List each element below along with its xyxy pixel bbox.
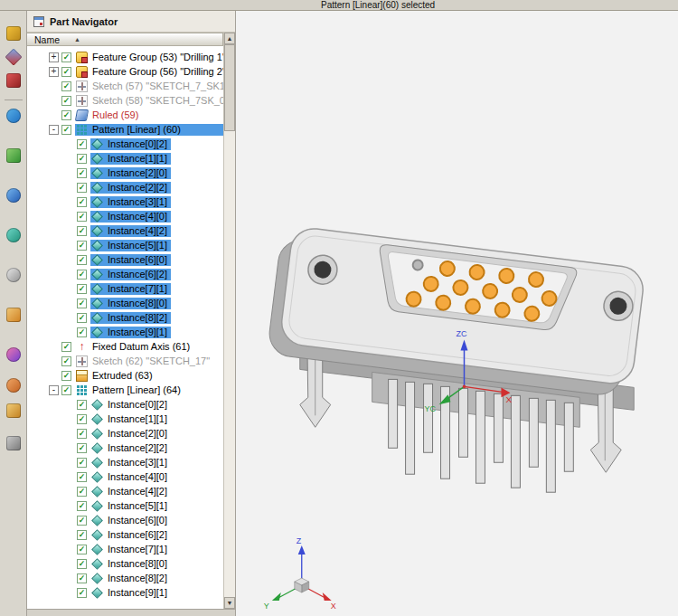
part-navigator-icon[interactable] [4,106,24,126]
feature-checkbox[interactable] [77,226,87,236]
tree-row[interactable]: Instance[4][2] [27,484,223,498]
feature-checkbox[interactable] [77,284,87,294]
color-palette-icon[interactable] [4,345,24,365]
tree-row[interactable]: Instance[9][1] [27,585,223,600]
feature-checkbox[interactable] [77,443,87,453]
feature-checkbox[interactable] [77,429,87,439]
tree-row[interactable]: Instance[3][1] [27,194,223,209]
scroll-down-button[interactable]: ▼ [224,597,235,609]
feature-checkbox[interactable] [77,313,87,323]
tree-row[interactable]: Instance[7][1] [27,281,223,296]
tree-row[interactable]: Instance[2][0] [27,426,223,441]
expander-toggle[interactable]: - [49,125,59,135]
feature-checkbox[interactable] [77,154,87,164]
feature-checkbox[interactable] [77,197,87,207]
feature-checkbox[interactable] [61,371,71,381]
tree-row[interactable]: Instance[2][0] [27,166,223,180]
tree-row[interactable]: Instance[0][2] [27,137,223,151]
feature-checkbox[interactable] [77,183,87,193]
tree-row[interactable]: Sketch (58) "SKETCH_7SK_0" [27,93,223,108]
feature-checkbox[interactable] [77,270,87,280]
feature-checkbox[interactable] [77,458,87,468]
feature-checkbox[interactable] [77,588,87,598]
feature-checkbox[interactable] [77,212,87,222]
process-studio-icon[interactable] [4,305,24,325]
feature-checkbox[interactable] [77,327,87,337]
tree-row[interactable]: Extruded (63) [27,368,223,383]
tree-row[interactable]: Instance[1][1] [27,412,223,426]
viewport-3d[interactable]: ZC X YC Z X [236,11,678,616]
feature-checkbox[interactable] [77,168,87,178]
feature-checkbox[interactable] [61,52,71,62]
tree-row[interactable]: Instance[9][1] [27,325,223,339]
scroll-up-button[interactable]: ▲ [224,33,235,44]
feature-checkbox[interactable] [77,139,87,149]
feature-checkbox[interactable] [77,516,87,526]
feature-checkbox[interactable] [61,356,71,366]
tree-row[interactable]: Instance[2][2] [27,441,223,455]
tree-row[interactable]: Sketch (57) "SKETCH_7_SK1" [27,79,223,93]
tree-row[interactable]: Instance[8][0] [27,296,223,310]
tree-row[interactable]: Instance[3][1] [27,455,223,469]
feature-checkbox[interactable] [61,125,71,135]
feature-checkbox[interactable] [77,414,87,424]
feature-checkbox[interactable] [77,299,87,308]
feature-checkbox[interactable] [61,342,71,352]
feature-checkbox[interactable] [77,472,87,482]
tree-row[interactable]: Instance[1][1] [27,151,223,166]
name-column-header[interactable]: Name ▲ [27,33,223,46]
scrollbar-thumb[interactable] [224,44,235,131]
tree-row[interactable]: Instance[6][2] [27,267,223,281]
feature-checkbox[interactable] [61,96,71,106]
tree-row[interactable]: - Pattern [Linear] (64) [27,383,223,397]
tree-row[interactable]: Instance[8][2] [27,310,223,325]
feature-checkbox[interactable] [77,501,87,511]
tree-row[interactable]: - Pattern [Linear] (60) [27,122,223,137]
feature-checkbox[interactable] [77,400,87,410]
expander-toggle[interactable]: - [49,385,59,395]
tree-row[interactable]: + Feature Group (53) "Drilling 1" [27,50,223,64]
tree-row[interactable]: Ruled (59) [27,108,223,122]
tree-row[interactable]: Instance[4][2] [27,223,223,238]
feature-checkbox[interactable] [77,559,87,569]
tree-row[interactable]: Instance[6][0] [27,252,223,267]
history-icon[interactable] [4,265,24,285]
hd3d-tools-icon[interactable] [4,225,24,245]
tree-row[interactable]: Sketch (62) "SKETCH_17" [27,354,223,368]
sketch-icon [76,81,88,92]
feature-checkbox[interactable] [77,530,87,540]
feature-checkbox[interactable] [77,255,87,265]
reuse-library-icon[interactable] [4,146,24,166]
tree-row[interactable]: Instance[4][0] [27,209,223,223]
scenes-icon[interactable] [4,401,24,421]
feature-checkbox[interactable] [77,487,87,497]
expander-toggle[interactable]: + [49,67,59,77]
tree-row[interactable]: Instance[6][2] [27,527,223,542]
feature-checkbox[interactable] [61,81,71,91]
feature-checkbox[interactable] [61,110,71,120]
tree-row[interactable]: Instance[5][1] [27,238,223,252]
constraint-navigator-icon[interactable] [4,71,24,90]
assembly-navigator-icon[interactable] [4,47,24,67]
feature-checkbox[interactable] [77,573,87,583]
tree-row[interactable]: Instance[5][1] [27,498,223,513]
tree-row[interactable]: Instance[8][2] [27,571,223,585]
feature-checkbox[interactable] [77,241,87,251]
panel-scrollbar[interactable]: ▲ ▼ [223,33,235,609]
wizards-icon[interactable] [4,433,24,453]
tree-row[interactable]: Instance[0][2] [27,397,223,412]
feature-checkbox[interactable] [61,67,71,77]
tree-row[interactable]: + Feature Group (56) "Drilling 2" [27,64,223,79]
tree-row[interactable]: Instance[2][2] [27,180,223,194]
layers-icon[interactable] [4,24,24,43]
tree-row[interactable]: Instance[4][0] [27,469,223,484]
tree-row[interactable]: Instance[8][0] [27,556,223,571]
roles-icon[interactable] [4,375,24,395]
tree-row[interactable]: Fixed Datum Axis (61) [27,339,223,354]
web-browser-icon[interactable] [4,185,24,205]
feature-checkbox[interactable] [77,545,87,554]
tree-row[interactable]: Instance[7][1] [27,542,223,556]
feature-checkbox[interactable] [61,385,71,395]
tree-row[interactable]: Instance[6][0] [27,513,223,527]
expander-toggle[interactable]: + [49,52,59,62]
